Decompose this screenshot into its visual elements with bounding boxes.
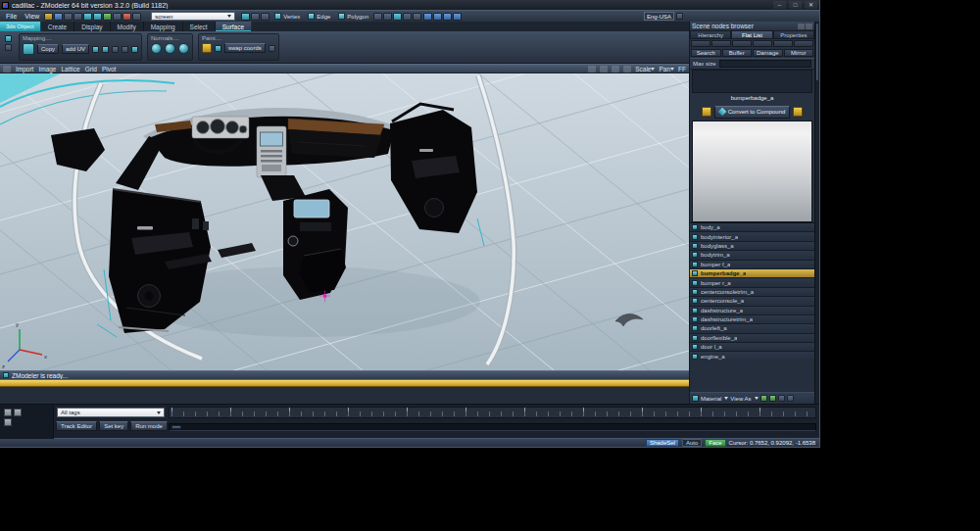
snap-grid-icon[interactable] [423,13,432,21]
tab-properties[interactable]: Properties [773,30,814,39]
damage-button[interactable]: Damage [753,49,783,57]
timeline-filter-dropdown[interactable]: All tags [57,408,165,417]
node-row[interactable]: dashstructure_a [690,307,814,315]
filter-light-icon[interactable] [732,40,752,47]
pin-panel-icon[interactable] [798,24,805,29]
node-row[interactable]: bumper r_a [690,278,814,287]
normals-flat-icon[interactable] [165,43,175,54]
menu-view[interactable]: View [22,13,42,20]
vp-menu-image[interactable]: Image [38,66,56,72]
import-icon[interactable] [64,13,73,21]
wireframe-icon[interactable] [373,13,382,21]
material-button[interactable]: Material [701,396,721,402]
move-icon[interactable] [241,13,250,21]
show-all-icon[interactable] [760,395,767,402]
tab-flat-list[interactable]: Flat List [731,30,772,39]
minimize-button[interactable]: – [773,1,786,9]
part-thumbnail[interactable] [14,409,22,416]
normals-flip-icon[interactable] [178,43,189,54]
level-toggle-edge[interactable]: Edge [305,13,333,20]
viewport-3d[interactable]: y x z [0,73,689,370]
parts-mini-panel[interactable] [0,405,54,439]
filter-geometry-icon[interactable] [691,40,710,47]
view-rotate-icon[interactable] [612,66,619,72]
tab-create[interactable]: Create [41,22,75,31]
paint-brush-icon[interactable] [215,45,221,52]
view-shading-icon[interactable] [600,66,608,72]
tab-select[interactable]: Select [183,22,216,31]
uv-channel1-icon[interactable] [92,46,99,53]
add-uv-button[interactable]: add UV [62,44,89,54]
screen-dropdown[interactable]: screen [151,12,235,21]
uv-channel5-icon[interactable] [131,46,138,53]
hide-all-icon[interactable] [769,395,776,402]
lighting-icon[interactable] [403,13,412,21]
node-row-selected[interactable]: bumperbadge_a [690,269,814,278]
panel-scrollbar[interactable] [814,22,819,404]
set-key-button[interactable]: Set key [99,421,128,431]
filter-dummy-icon[interactable] [711,40,731,47]
scale-icon[interactable] [261,13,270,21]
node-row[interactable]: doorflexible_a [690,334,814,343]
redo-icon[interactable] [93,13,102,21]
pan-control[interactable]: Pan [659,66,674,72]
paint-bucket-icon[interactable] [702,107,711,117]
buffer-button[interactable]: Buffer [722,49,753,57]
object-mode-button[interactable]: 3ds Object [0,22,41,31]
timeline-slider-handle[interactable] [172,425,181,429]
maximize-button[interactable]: □ [789,1,802,9]
auto-button[interactable]: Auto [682,439,702,447]
vp-menu-import[interactable]: Import [16,66,33,72]
axes-icon[interactable] [453,13,462,21]
settings-icon[interactable] [132,13,141,21]
rotate-icon[interactable] [251,13,260,21]
textured-icon[interactable] [393,13,402,21]
tab-display[interactable]: Display [74,22,110,31]
shaded-icon[interactable] [383,13,392,21]
node-row[interactable]: centerconsole_a [690,297,814,306]
convert-to-compound-button[interactable]: Convert to Compound [714,106,791,119]
filter-material-icon[interactable] [773,40,793,47]
tab-modify[interactable]: Modify [111,22,144,31]
material-icon[interactable] [692,395,699,402]
open-file-icon[interactable] [44,13,53,21]
sort-icon[interactable] [778,395,785,402]
node-row[interactable]: bodytrim_a [690,251,814,260]
track-editor-button[interactable]: Track Editor [56,421,97,431]
level-toggle-vertex[interactable]: Vertex [271,13,303,20]
node-row[interactable]: dashstructuretrim_a [690,315,814,324]
vp-menu-grid[interactable]: Grid [85,66,97,72]
ff-control[interactable]: FF [678,66,686,72]
filter-texture-icon[interactable] [794,40,813,47]
collapse-ribbon-icon[interactable] [5,44,12,51]
close-panel-icon[interactable] [806,24,812,29]
language-indicator[interactable]: Eng-USA [644,12,683,21]
uv-mapping-icon[interactable] [23,43,34,55]
undo-icon[interactable] [83,13,92,21]
keyboard-icon[interactable] [676,13,683,20]
node-row[interactable]: doorleft_a [690,324,814,333]
uv-channel2-icon[interactable] [102,46,109,53]
filter-camera-icon[interactable] [753,40,772,47]
menu-file[interactable]: File [3,13,20,20]
camera-icon[interactable] [413,13,421,21]
timeline-ruler[interactable] [169,407,816,418]
paint-bucket-icon[interactable] [202,43,212,53]
mirror-icon[interactable] [443,13,452,21]
viewport-canvas[interactable]: y x z [0,73,689,370]
material-preview[interactable] [692,121,812,222]
node-row[interactable]: engine_a [690,352,814,361]
pin-ribbon-icon[interactable] [5,35,12,42]
tab-mapping[interactable]: Mapping [144,22,183,31]
tab-surface[interactable]: Surface [216,22,252,31]
swap-coords-button[interactable]: swap coords [224,43,266,53]
mirror-button[interactable]: Mirror [784,49,814,57]
delete-icon[interactable] [122,13,131,21]
close-button[interactable]: ✕ [805,1,817,9]
tab-hierarchy[interactable]: Hierarchy [690,30,731,39]
copy-uv-button[interactable]: Copy [37,44,59,54]
part-thumbnail[interactable] [4,409,12,416]
view-as-button[interactable]: View As [730,396,751,402]
node-row[interactable]: body_a [690,223,814,232]
titlebar[interactable]: cadillac - ZModeler 64 bit version 3.2.0… [0,0,819,10]
